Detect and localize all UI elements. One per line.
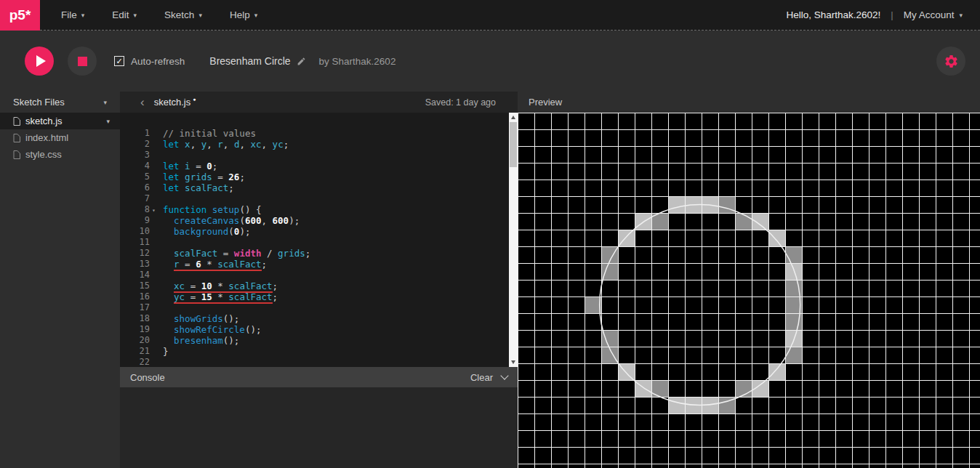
auto-refresh-checkbox[interactable]: ✓: [114, 56, 124, 66]
code-line: [163, 270, 518, 281]
p5-logo[interactable]: p5*: [0, 0, 40, 31]
tab-sketch-js[interactable]: sketch.js●: [154, 97, 196, 108]
my-account-label: My Account: [904, 9, 955, 20]
code-line: background(0);: [163, 226, 518, 237]
editor-pane: ‹ sketch.js● Saved: 1 day ago 12345678▾9…: [120, 92, 518, 468]
play-button[interactable]: [25, 47, 54, 76]
stop-icon: [78, 57, 87, 66]
menu-sketch[interactable]: Sketch ▾: [150, 0, 216, 31]
my-account-menu[interactable]: My Account ▾: [904, 9, 963, 20]
preview-canvas: [518, 113, 980, 468]
code-line: [163, 193, 518, 204]
console-header: Console Clear: [120, 367, 518, 387]
chevron-down-icon: ▾: [198, 12, 202, 19]
unsaved-dot-icon: ●: [193, 97, 196, 102]
code-line: [163, 302, 518, 313]
console-output: [120, 387, 518, 468]
console-title: Console: [130, 372, 165, 383]
file-item-style-css[interactable]: style.css: [0, 146, 120, 163]
auto-refresh-label: Auto-refresh: [131, 56, 185, 67]
main-area: Sketch Files ▾ sketch.js ▾ index.html st…: [0, 92, 980, 468]
scroll-up-icon[interactable]: [511, 116, 515, 119]
code-line: // initial values: [163, 128, 518, 139]
chevron-down-icon: ▾: [254, 12, 258, 19]
settings-button[interactable]: [936, 47, 965, 76]
code-line: showRefCircle();: [163, 324, 518, 335]
code-line: let scalFact;: [163, 182, 518, 193]
code-line: bresenham();: [163, 335, 518, 346]
editor-tabbar: ‹ sketch.js● Saved: 1 day ago: [120, 92, 518, 113]
saved-status: Saved: 1 day ago: [425, 97, 496, 108]
stop-button[interactable]: [68, 47, 97, 76]
file-item-index-html[interactable]: index.html: [0, 129, 120, 146]
preview-pane: Preview: [518, 92, 980, 468]
console-clear-button[interactable]: Clear: [470, 372, 493, 383]
file-name: index.html: [25, 132, 68, 143]
preview-label: Preview: [529, 97, 562, 108]
menu-file[interactable]: File ▾: [47, 0, 98, 31]
menu-file-label: File: [61, 9, 77, 20]
menu-bar: File ▾ Edit ▾ Sketch ▾ Help ▾: [47, 0, 271, 31]
sketch-files-sidebar: Sketch Files ▾ sketch.js ▾ index.html st…: [0, 92, 120, 468]
code-line: showGrids();: [163, 313, 518, 324]
chevron-down-icon: ▾: [103, 99, 107, 106]
chevron-down-icon: ▾: [81, 12, 85, 19]
chevron-down-icon[interactable]: ▾: [106, 118, 110, 125]
toolbar: ✓ Auto-refresh Bresenham Circle by Shart…: [0, 31, 980, 92]
menu-edit-label: Edit: [112, 9, 129, 20]
console-collapse-icon[interactable]: [500, 371, 508, 379]
greeting-text: Hello, Sharthak.2602!: [786, 9, 880, 20]
code-line: }: [163, 346, 518, 357]
gear-icon: [944, 54, 959, 69]
code-line: yc = 15 * scalFact;: [163, 291, 518, 302]
author-byline: by Sharthak.2602: [319, 56, 396, 67]
editor-lines: // initial valueslet x, y, r, d, xc, yc;…: [158, 113, 518, 367]
code-line: xc = 10 * scalFact;: [163, 281, 518, 291]
code-line: [163, 237, 518, 248]
sketch-files-label: Sketch Files: [13, 97, 65, 108]
file-name: sketch.js: [25, 116, 63, 126]
code-line: scalFact = width / grids;: [163, 248, 518, 259]
menu-help[interactable]: Help ▾: [216, 0, 271, 31]
chevron-down-icon: ▾: [959, 12, 963, 19]
editor-gutter: 12345678▾910111213141516171819202122: [120, 113, 158, 367]
code-line: let grids = 26;: [163, 172, 518, 182]
nav-divider: |: [891, 9, 893, 20]
preview-header: Preview: [518, 92, 980, 113]
editor-scrollbar[interactable]: [509, 113, 518, 367]
file-icon: [13, 150, 20, 159]
tab-label: sketch.js: [154, 97, 191, 108]
code-line: function setup() {: [163, 204, 518, 215]
scroll-down-icon[interactable]: [511, 360, 515, 364]
code-line: let i = 0;: [163, 161, 518, 172]
file-name: style.css: [25, 149, 62, 160]
sketch-title-group: Bresenham Circle by Sharthak.2602: [209, 55, 395, 67]
file-icon: [13, 117, 20, 126]
code-line: [163, 357, 518, 367]
file-item-sketch-js[interactable]: sketch.js ▾: [0, 113, 120, 129]
sketch-files-header[interactable]: Sketch Files ▾: [0, 92, 120, 113]
edit-pencil-icon[interactable]: [297, 57, 306, 66]
code-line: r = 6 * scalFact;: [163, 259, 518, 270]
play-icon: [36, 55, 46, 67]
menu-help-label: Help: [230, 9, 250, 20]
scrollbar-thumb[interactable]: [510, 122, 517, 167]
nav-right: Hello, Sharthak.2602! | My Account ▾: [786, 9, 980, 20]
chevron-down-icon: ▾: [134, 12, 137, 19]
sketch-title: Bresenham Circle: [209, 55, 290, 67]
file-icon: [13, 134, 20, 142]
top-nav: p5* File ▾ Edit ▾ Sketch ▾ Help ▾ Hello,…: [0, 0, 980, 31]
auto-refresh-group: ✓ Auto-refresh: [114, 56, 185, 67]
collapse-sidebar-icon[interactable]: ‹: [140, 96, 145, 108]
code-line: let x, y, r, d, xc, yc;: [163, 139, 518, 150]
menu-sketch-label: Sketch: [164, 9, 194, 20]
code-editor[interactable]: 12345678▾910111213141516171819202122 // …: [120, 113, 518, 367]
code-line: [163, 150, 518, 161]
code-line: createCanvas(600, 600);: [163, 215, 518, 226]
menu-edit[interactable]: Edit ▾: [98, 0, 150, 31]
